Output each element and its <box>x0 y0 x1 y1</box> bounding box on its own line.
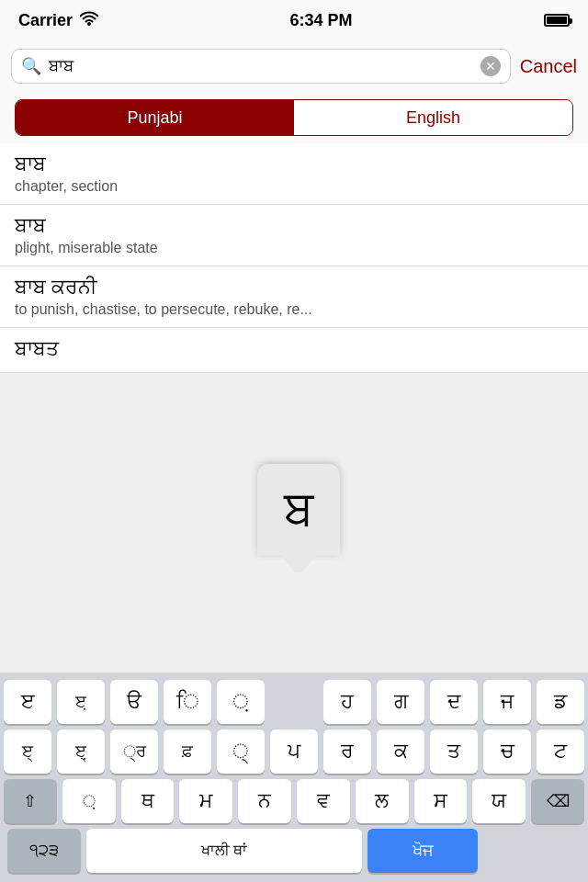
result-item[interactable]: ਬਾਬ ਕਰਨੀ to punish, chastise, to persecu… <box>0 266 588 328</box>
results-list: ਬਾਬ chapter, section ਬਾਬ plight, miserab… <box>0 143 588 373</box>
key-va[interactable]: ਵ <box>297 779 350 823</box>
key-cha[interactable]: ਚ <box>483 729 531 774</box>
delete-key[interactable]: ⌫ <box>531 779 584 823</box>
key-sa[interactable]: ਸ <box>414 779 468 823</box>
key-ha[interactable]: ਹ <box>323 680 371 724</box>
key-tha[interactable]: ਥ <box>121 779 175 823</box>
result-english-2: to punish, chastise, to persecute, rebuk… <box>15 301 573 318</box>
key-tta[interactable]: ਟ <box>537 729 584 774</box>
key-na[interactable]: ਨ <box>238 779 291 823</box>
key-ra[interactable]: ਰ <box>323 729 371 774</box>
wifi-icon <box>80 11 98 30</box>
key-ੲ2[interactable]: ੲ਼ <box>57 680 105 724</box>
battery-icon <box>544 14 570 27</box>
key-r2-1[interactable]: ੲ੍ <box>4 729 51 774</box>
key-ੳ[interactable]: ੳ <box>110 680 158 724</box>
key-ga[interactable]: ਗ <box>377 680 424 724</box>
shift-key[interactable]: ⇧ <box>4 779 57 823</box>
key-dot[interactable]: ਼ <box>62 779 116 823</box>
result-punjabi-0: ਬਾਬ <box>15 153 573 176</box>
status-left: Carrier <box>18 11 98 30</box>
key-ੲ[interactable]: ੲ <box>4 680 51 724</box>
result-punjabi-3: ਬਾਬਤ <box>15 337 573 361</box>
status-bar: Carrier 6:34 PM <box>0 0 588 40</box>
key-pa[interactable]: ਪ <box>270 729 318 774</box>
status-right <box>544 14 570 27</box>
key-ma[interactable]: ਮ <box>179 779 232 823</box>
key-la[interactable]: ਲ <box>356 779 409 823</box>
space-key[interactable]: ਖਾਲੀ ਥਾਂ <box>86 829 362 873</box>
result-english-1: plight, miserable state <box>15 240 573 256</box>
key-blank-1 <box>270 680 318 724</box>
keyboard-row-1: ੲ ੲ਼ ੳ ਿ ਼ ਹ ਗ ਦ ਜ ਡ <box>4 680 584 724</box>
key-i-matra[interactable]: ਿ <box>164 680 211 724</box>
search-input-container[interactable]: 🔍 ✕ <box>11 49 511 84</box>
search-input[interactable] <box>49 57 473 76</box>
search-magnifier-icon: 🔍 <box>21 56 41 76</box>
segment-english[interactable]: English <box>294 100 572 135</box>
search-key[interactable]: ਖੋਜ <box>368 829 478 873</box>
clear-button[interactable]: ✕ <box>481 56 501 76</box>
key-nukta[interactable]: ਼ <box>217 680 265 724</box>
search-bar: 🔍 ✕ Cancel <box>0 40 588 92</box>
keyboard: ੲ ੲ਼ ੳ ਿ ਼ ਹ ਗ ਦ ਜ ਡ ੲ੍ ੲ਼੍ ੍ਰ ਫ਼ ੍ ਪ ਰ … <box>0 673 588 882</box>
carrier-label: Carrier <box>18 11 73 30</box>
key-ja[interactable]: ਜ <box>483 680 531 724</box>
result-punjabi-1: ਬਾਬ <box>15 214 573 238</box>
segment-wrapper: Punjabi English <box>15 99 573 136</box>
keyboard-row-2: ੲ੍ ੲ਼੍ ੍ਰ ਫ਼ ੍ ਪ ਰ ਕ ਤ ਚ ਟ <box>4 729 584 774</box>
key-fa[interactable]: ਫ਼ <box>164 729 211 774</box>
result-item[interactable]: ਬਾਬਤ <box>0 328 588 373</box>
segment-control: Punjabi English <box>0 92 588 143</box>
keyboard-row-3: ⇧ ਼ ਥ ਮ ਨ ਵ ਲ ਸ ਯ ⌫ <box>4 779 584 823</box>
cancel-button[interactable]: Cancel <box>520 56 577 77</box>
key-da[interactable]: ਦ <box>430 680 478 724</box>
key-dda[interactable]: ਡ <box>537 680 584 724</box>
key-virama[interactable]: ੍ <box>217 729 265 774</box>
result-punjabi-2: ਬਾਬ ਕਰਨੀ <box>15 276 573 300</box>
time-display: 6:34 PM <box>290 11 353 30</box>
segment-punjabi[interactable]: Punjabi <box>16 100 294 135</box>
keyboard-bottom-row: ੧੨੩ ਖਾਲੀ ਥਾਂ ਖੋਜ <box>4 829 584 873</box>
num-key[interactable]: ੧੨੩ <box>7 829 81 873</box>
key-ta[interactable]: ਤ <box>430 729 478 774</box>
key-r2-3[interactable]: ੍ਰ <box>110 729 158 774</box>
key-ya[interactable]: ਯ <box>472 779 526 823</box>
popup-key: ਬ <box>257 464 340 556</box>
key-r2-2[interactable]: ੲ਼੍ <box>57 729 105 774</box>
result-item[interactable]: ਬਾਬ chapter, section <box>0 143 588 205</box>
key-ka[interactable]: ਕ <box>377 729 424 774</box>
result-item[interactable]: ਬਾਬ plight, miserable state <box>0 205 588 266</box>
result-english-0: chapter, section <box>15 178 573 195</box>
